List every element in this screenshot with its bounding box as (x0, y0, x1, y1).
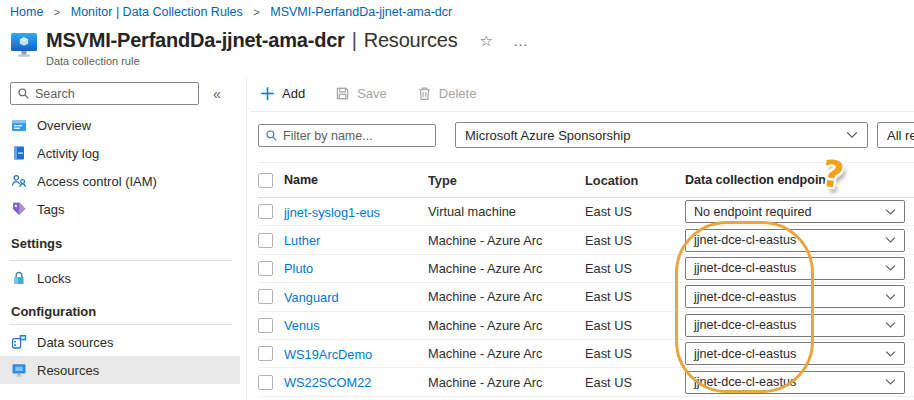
row-checkbox[interactable] (258, 261, 273, 276)
resource-name-link[interactable]: WS22SCOM22 (284, 375, 371, 390)
sidebar-search-input[interactable] (35, 87, 192, 101)
breadcrumb-monitor-dcr[interactable]: Monitor | Data Collection Rules (71, 5, 243, 19)
resource-name-link[interactable]: Vanguard (284, 290, 339, 305)
endpoint-dropdown[interactable]: No endpoint required (685, 200, 905, 223)
add-button[interactable]: Add (260, 86, 305, 101)
endpoint-dropdown[interactable]: jjnet-dce-cl-eastus (685, 371, 905, 394)
sidebar-item-access-control[interactable]: Access control (IAM) (0, 167, 240, 195)
delete-icon (417, 86, 432, 101)
resource-name-link[interactable]: Luther (284, 233, 320, 248)
chevron-down-icon (885, 378, 896, 386)
resource-name-link[interactable]: jjnet-syslog1-eus (284, 205, 380, 220)
sidebar-item-overview[interactable]: Overview (0, 111, 240, 139)
column-header-location: Location (585, 173, 685, 188)
breadcrumb: Home > Monitor | Data Collection Rules >… (10, 5, 452, 19)
endpoint-dropdown[interactable]: jjnet-dce-cl-eastus (685, 285, 905, 308)
sidebar-item-locks[interactable]: Locks (0, 264, 240, 292)
breadcrumb-home[interactable]: Home (10, 5, 43, 19)
resource-type: Machine - Azure Arc (428, 318, 585, 333)
sidebar-item-label: Locks (37, 271, 71, 286)
table-row: jjnet-syslog1-eus Virtual machine East U… (258, 198, 914, 226)
resource-location: East US (585, 289, 685, 304)
sidebar-item-label: Tags (37, 202, 64, 217)
add-icon (260, 86, 275, 101)
save-icon (335, 86, 350, 101)
delete-button-label: Delete (439, 86, 477, 101)
divider (10, 260, 232, 261)
resource-type: Machine - Azure Arc (428, 375, 585, 390)
resource-type: Machine - Azure Arc (428, 289, 585, 304)
table-row: WS22SCOM22 Machine - Azure Arc East US j… (258, 368, 914, 396)
page-subtitle: Data collection rule (46, 55, 529, 67)
divider (10, 324, 232, 325)
subscription-dropdown-value: Microsoft Azure Sponsorship (465, 128, 630, 143)
endpoint-dropdown-value: No endpoint required (694, 205, 812, 219)
delete-button[interactable]: Delete (417, 86, 477, 101)
sidebar-search-box[interactable] (10, 82, 199, 105)
search-icon (265, 129, 278, 142)
row-checkbox[interactable] (258, 346, 273, 361)
sidebar-item-resources[interactable]: Resources (0, 356, 240, 384)
page-header: MSVMI-PerfandDa-jjnet-ama-dcr|Resources … (10, 29, 529, 67)
endpoint-dropdown-value: jjnet-dce-cl-eastus (694, 233, 796, 247)
favorite-star-icon[interactable]: ☆ (480, 32, 493, 50)
table-body: jjnet-syslog1-eus Virtual machine East U… (258, 198, 914, 397)
resource-type: Virtual machine (428, 204, 585, 219)
data-collection-rule-icon (10, 31, 38, 59)
resource-location: East US (585, 233, 685, 248)
sidebar-section-configuration: Configuration (11, 304, 96, 319)
row-checkbox[interactable] (258, 318, 273, 333)
resource-group-filter-value: All res (887, 128, 914, 143)
sidebar: « Overview Activity log Access control (… (0, 78, 247, 400)
resource-type: Machine - Azure Arc (428, 346, 585, 361)
resource-name-link[interactable]: Venus (284, 318, 320, 333)
sidebar-item-tags[interactable]: Tags (0, 195, 240, 223)
endpoint-dropdown[interactable]: jjnet-dce-cl-eastus (685, 229, 905, 252)
add-button-label: Add (282, 86, 305, 101)
subscription-dropdown[interactable]: Microsoft Azure Sponsorship (455, 122, 868, 148)
resource-location: East US (585, 261, 685, 276)
endpoint-dropdown-value: jjnet-dce-cl-eastus (694, 347, 796, 361)
row-checkbox[interactable] (258, 289, 273, 304)
resource-location: East US (585, 375, 685, 390)
sidebar-collapse-icon[interactable]: « (213, 86, 221, 102)
row-checkbox[interactable] (258, 233, 273, 248)
row-checkbox[interactable] (258, 204, 273, 219)
resource-location: East US (585, 204, 685, 219)
select-all-checkbox[interactable] (258, 173, 273, 188)
save-button[interactable]: Save (335, 86, 387, 101)
sidebar-item-label: Data sources (37, 335, 114, 350)
sidebar-item-activity-log[interactable]: Activity log (0, 139, 240, 167)
endpoint-dropdown[interactable]: jjnet-dce-cl-eastus (685, 314, 905, 337)
divider (250, 111, 914, 112)
breadcrumb-separator: > (54, 6, 60, 18)
overview-icon (11, 117, 27, 133)
sidebar-item-data-sources[interactable]: Data sources (0, 328, 240, 356)
resources-pane: Add Save Delete Microsoft Az (248, 78, 914, 400)
endpoint-dropdown-value: jjnet-dce-cl-eastus (694, 318, 796, 332)
resource-name-link[interactable]: WS19ArcDemo (284, 347, 372, 362)
endpoint-dropdown-value: jjnet-dce-cl-eastus (694, 290, 796, 304)
more-options-icon[interactable]: … (513, 32, 529, 49)
endpoint-dropdown-value: jjnet-dce-cl-eastus (694, 375, 796, 389)
sidebar-section-settings: Settings (11, 236, 62, 251)
resource-group-filter-dropdown[interactable]: All res (877, 122, 914, 148)
breadcrumb-separator: > (253, 6, 259, 18)
breadcrumb-current-dcr[interactable]: MSVMI-PerfandDa-jjnet-ama-dcr (270, 5, 452, 19)
filter-by-name-box[interactable] (258, 124, 436, 147)
endpoint-dropdown-value: jjnet-dce-cl-eastus (694, 261, 796, 275)
filter-by-name-input[interactable] (283, 129, 429, 143)
lock-icon (11, 270, 27, 286)
row-checkbox[interactable] (258, 375, 273, 390)
resource-name-link[interactable]: Pluto (284, 261, 313, 276)
column-header-type: Type (428, 173, 585, 188)
chevron-down-icon (885, 350, 896, 358)
activity-log-icon (11, 145, 27, 161)
chevron-down-icon (846, 131, 858, 139)
column-header-name: Name (284, 173, 428, 187)
page-title: MSVMI-PerfandDa-jjnet-ama-dcr|Resources (46, 29, 458, 52)
endpoint-dropdown[interactable]: jjnet-dce-cl-eastus (685, 342, 905, 365)
endpoint-dropdown[interactable]: jjnet-dce-cl-eastus (685, 257, 905, 280)
table-row: Luther Machine - Azure Arc East US jjnet… (258, 226, 914, 254)
table-row: Venus Machine - Azure Arc East US jjnet-… (258, 312, 914, 340)
